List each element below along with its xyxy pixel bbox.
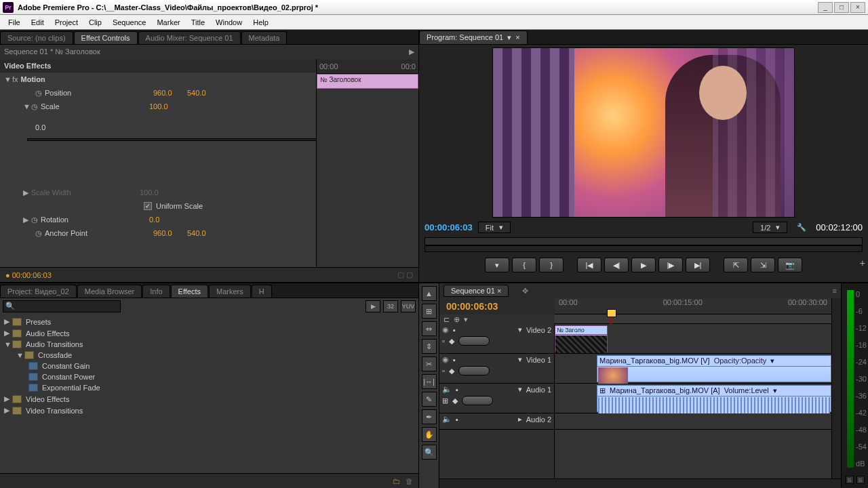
solo-right[interactable]: S bbox=[856, 476, 865, 484]
speaker-icon[interactable]: 🔈 bbox=[442, 415, 452, 424]
ripple-tool[interactable]: ⇔ bbox=[422, 321, 437, 336]
slip-tool[interactable]: |↔| bbox=[422, 374, 437, 389]
timeline-hscroll[interactable] bbox=[439, 479, 841, 488]
tab-effect-controls[interactable]: Effect Controls bbox=[74, 31, 138, 44]
lift-button[interactable]: ⇱ bbox=[724, 258, 748, 272]
export-frame-button[interactable]: 📷 bbox=[778, 258, 802, 272]
anchor-stopwatch-icon[interactable]: ◷ bbox=[35, 229, 42, 238]
timeline-ruler[interactable]: 00:00 00:00:15:00 00:00:30:00 bbox=[555, 298, 831, 314]
effect-exponential-fade[interactable]: Exponential Fade bbox=[0, 382, 418, 393]
track-head-audio1[interactable]: 🔈▪▾Audio 1 ⊞◆ bbox=[439, 384, 554, 413]
tab-project[interactable]: Project: Видео_02 bbox=[0, 285, 77, 298]
selection-tool[interactable]: ▲ bbox=[422, 286, 437, 301]
program-monitor[interactable] bbox=[492, 47, 795, 218]
razor-tool[interactable]: ✂ bbox=[422, 357, 437, 371]
folder-presets[interactable]: ▶Presets bbox=[0, 316, 418, 327]
rate-stretch-tool[interactable]: ✒ bbox=[422, 409, 437, 424]
effect-constant-gain[interactable]: Constant Gain bbox=[0, 361, 418, 371]
pen-tool[interactable]: ✎ bbox=[422, 392, 437, 407]
menu-project[interactable]: Project bbox=[50, 18, 83, 26]
hand-tool[interactable]: ✋ bbox=[422, 427, 437, 442]
zoom-tool[interactable]: 🔍 bbox=[422, 445, 437, 460]
eye-icon[interactable]: ◉ bbox=[442, 355, 449, 364]
lock-icon[interactable]: ▪ bbox=[456, 386, 458, 394]
tab-audio-mixer[interactable]: Audio Mixer: Sequence 01 bbox=[138, 31, 241, 44]
resolution-dropdown[interactable]: 1/2▾ bbox=[753, 222, 787, 233]
ec-foot-icons[interactable]: ▢ ▢ bbox=[397, 270, 413, 279]
track-head-video2[interactable]: ◉▪▾Video 2 ▫◆ bbox=[439, 324, 554, 354]
menu-sequence[interactable]: Sequence bbox=[107, 18, 152, 26]
tab-media-browser[interactable]: Media Browser bbox=[77, 285, 142, 298]
menu-clip[interactable]: Clip bbox=[83, 18, 107, 26]
track-select-tool[interactable]: ⊞ bbox=[422, 304, 437, 319]
rotation-disclosure-icon[interactable]: ▶ bbox=[23, 216, 31, 224]
tab-markers[interactable]: Markers bbox=[209, 285, 251, 298]
timeline-marker-area[interactable] bbox=[555, 314, 831, 324]
settings-icon[interactable]: 🔧 bbox=[797, 223, 806, 232]
menu-marker[interactable]: Marker bbox=[151, 18, 185, 26]
track-head-video1[interactable]: ◉▪▾Video 1 ▫◆ bbox=[439, 354, 554, 384]
tab-effects[interactable]: Effects bbox=[171, 285, 208, 298]
sync-lock-icon[interactable]: ⊕ bbox=[454, 315, 460, 324]
maximize-button[interactable]: □ bbox=[834, 2, 849, 13]
lock-icon[interactable]: ▪ bbox=[453, 356, 456, 364]
timeline-timecode[interactable]: 00:00:06:03 bbox=[439, 298, 555, 314]
solo-left[interactable]: S bbox=[846, 476, 854, 484]
motion-label[interactable]: Motion bbox=[21, 75, 130, 83]
rolling-tool[interactable]: ⇕ bbox=[422, 339, 437, 354]
mark-in-button[interactable]: { bbox=[512, 258, 536, 272]
new-bin-icon[interactable]: 🗀 bbox=[393, 477, 400, 485]
minimize-button[interactable]: _ bbox=[818, 2, 833, 13]
mark-in-icon[interactable]: ▾ bbox=[485, 258, 509, 272]
menu-window[interactable]: Window bbox=[210, 18, 248, 26]
effects-search-input[interactable] bbox=[3, 300, 121, 312]
program-scrollbar[interactable] bbox=[425, 245, 863, 252]
scale-disclosure-icon[interactable]: ▼ bbox=[23, 102, 31, 110]
tab-source[interactable]: Source: (no clips) bbox=[0, 31, 73, 44]
button-editor-icon[interactable]: + bbox=[860, 258, 865, 268]
go-to-out-button[interactable]: ▶| bbox=[686, 258, 710, 272]
folder-audio-effects[interactable]: ▶Audio Effects bbox=[0, 327, 418, 339]
extract-button[interactable]: ⇲ bbox=[751, 258, 775, 272]
marker-icon[interactable]: ▾ bbox=[464, 315, 468, 324]
rotation-stopwatch-icon[interactable]: ◷ bbox=[31, 216, 38, 224]
ec-timeline-toggle-icon[interactable]: ▶ bbox=[409, 47, 414, 56]
scale-stopwatch-icon[interactable]: ◷ bbox=[31, 102, 38, 111]
ec-timecode[interactable]: ● 00:00:06:03 bbox=[5, 271, 52, 279]
speaker-icon[interactable]: 🔈 bbox=[442, 385, 452, 394]
uniform-scale-checkbox[interactable]: ✓ bbox=[144, 202, 152, 210]
anchor-x[interactable]: 960.0 bbox=[153, 229, 187, 237]
tab-metadata[interactable]: Metadata bbox=[241, 31, 288, 44]
program-ruler[interactable] bbox=[425, 237, 863, 245]
tab-program[interactable]: Program: Sequence 01 ▾ × bbox=[419, 30, 528, 44]
folder-audio-transitions[interactable]: ▼Audio Transitions bbox=[0, 339, 418, 350]
menu-title[interactable]: Title bbox=[186, 18, 210, 26]
zoom-fit-dropdown[interactable]: Fit▾ bbox=[478, 222, 511, 233]
menu-edit[interactable]: Edit bbox=[26, 18, 50, 26]
position-stopwatch-icon[interactable]: ◷ bbox=[35, 89, 42, 98]
step-back-button[interactable]: ◀| bbox=[604, 258, 629, 272]
effect-constant-power[interactable]: Constant Power bbox=[0, 371, 418, 382]
play-button[interactable]: ▶ bbox=[631, 258, 656, 272]
timeline-menu-icon[interactable]: ≡ bbox=[833, 287, 837, 295]
motion-disclosure-icon[interactable]: ▼ bbox=[4, 75, 12, 83]
close-button[interactable]: × bbox=[850, 2, 865, 13]
timeline-vscroll[interactable] bbox=[831, 324, 841, 479]
sequence-tab[interactable]: Sequence 01 × bbox=[443, 285, 509, 297]
folder-video-effects[interactable]: ▶Video Effects bbox=[0, 393, 418, 405]
folder-crossfade[interactable]: ▼Crossfade bbox=[0, 350, 418, 361]
rotation-value[interactable]: 0.0 bbox=[149, 216, 183, 224]
clip-main-audio[interactable]: ⊞Марина_Таргакова_big.MOV [A]Volume:Leve… bbox=[597, 385, 831, 412]
track-head-audio2[interactable]: 🔈▪▸Audio 2 bbox=[439, 413, 554, 430]
track-opacity-pill[interactable] bbox=[458, 336, 490, 346]
timeline-tracks[interactable]: № Заголо Марина_Таргакова_big.MOV [V]Opa… bbox=[555, 324, 831, 479]
accelerated-filter-icon[interactable]: ▶ bbox=[366, 300, 380, 312]
32bit-filter-icon[interactable]: 32 bbox=[383, 300, 398, 312]
scale-value[interactable]: 100.0 bbox=[149, 102, 183, 110]
fx-badge-icon[interactable]: fx bbox=[12, 75, 18, 83]
position-x[interactable]: 960.0 bbox=[153, 89, 187, 97]
menu-help[interactable]: Help bbox=[248, 18, 274, 26]
clip-title[interactable]: № Заголо bbox=[555, 325, 608, 352]
folder-video-transitions[interactable]: ▶Video Transitions bbox=[0, 405, 418, 416]
menu-file[interactable]: File bbox=[3, 18, 26, 26]
